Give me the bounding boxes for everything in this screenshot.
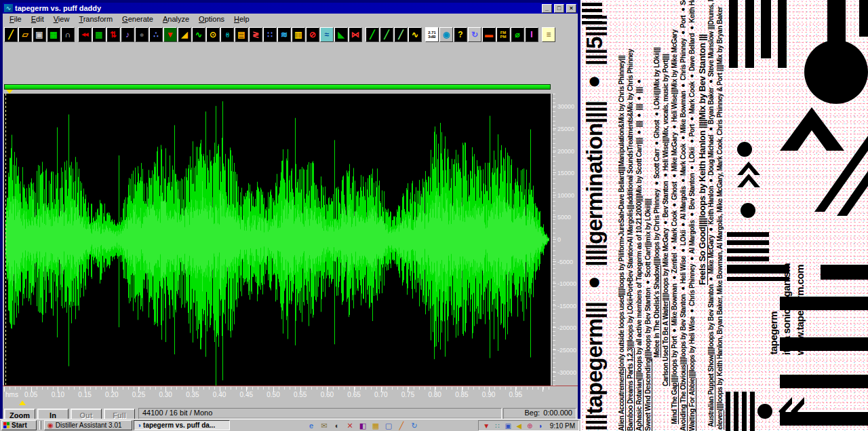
amp-tick-label: 5000 (557, 214, 571, 221)
sphere-icon[interactable]: ● (135, 27, 149, 42)
arrow-balloon-icon[interactable]: ◗ (536, 421, 545, 430)
spectral-zoom-icon[interactable]: ⌀ (511, 27, 524, 42)
menu-file[interactable]: File (5, 14, 26, 24)
globe-icon[interactable]: ◐ (332, 421, 342, 430)
taskbar-clock[interactable]: 9:10 PM (550, 422, 575, 430)
marker-strip-bottom[interactable] (3, 399, 578, 407)
cd-player-icon[interactable]: ◉ (439, 27, 453, 42)
loop-arrows-icon[interactable]: ⇅ (106, 27, 120, 42)
wave-line-tool-icon[interactable]: ∿ (408, 27, 422, 42)
particles-icon[interactable]: ∷ (263, 27, 277, 42)
script-icon-glyph: ≡ (546, 30, 551, 39)
tools-icon[interactable]: ✕ (345, 421, 355, 430)
help-icon[interactable]: ? (454, 27, 467, 42)
db-calculator-icon[interactable]: 2.71 3dB (425, 27, 439, 42)
multi-wave-icon[interactable]: ≋ (277, 27, 291, 42)
time-tick-label: 0.10 (49, 391, 66, 398)
display-icon[interactable]: ▣ (504, 421, 513, 430)
waveform-view-icon[interactable]: ∿ (192, 27, 205, 42)
cue-list-icon[interactable]: ▦ (47, 27, 60, 42)
record-arrow-icon[interactable]: ▼ (163, 27, 177, 42)
menu-analyze[interactable]: Analyze (158, 14, 194, 24)
archive-chest-icon[interactable]: ▤ (235, 27, 248, 42)
toolbar-group: 2.71 3dB◉?↻▬FM PM⌀I (425, 27, 538, 42)
scribble-line-tool-icon[interactable]: ╱ (394, 27, 408, 42)
monitor-headphones-icon[interactable]: ∩ (61, 27, 75, 42)
playback-cursor[interactable] (5, 94, 6, 386)
eq-bars-icon[interactable]: ▥ (292, 27, 305, 42)
users-icon[interactable]: ∷ (493, 421, 502, 430)
open-folder-icon[interactable]: ▱ (18, 27, 32, 42)
taskbar-grip[interactable] (39, 421, 41, 430)
time-ruler[interactable]: hms 0.050.100.150.200.250.300.350.400.45… (3, 386, 578, 399)
art-vbar (726, 392, 730, 431)
close-button[interactable]: × (566, 4, 576, 13)
time-unit-label: hms (5, 391, 18, 398)
mirror-filter-icon[interactable]: ≷ (249, 27, 262, 42)
art-barcode-bar (729, 0, 738, 68)
system-tray: ▼∷▣◀⊕◗ 9:10 PM (478, 420, 579, 431)
view-range-bar[interactable] (4, 84, 551, 90)
menu-transform[interactable]: Transform (74, 14, 117, 24)
dotted-line-tool-icon[interactable]: ╱ (380, 27, 393, 42)
paint-icon[interactable]: ╱ (397, 421, 406, 430)
cards-icon[interactable]: ◧ (358, 421, 368, 430)
ie-icon[interactable]: e (307, 421, 316, 430)
menu-generate[interactable]: Generate (117, 14, 158, 24)
edit-pencil-icon[interactable]: ╱ (4, 27, 18, 42)
refresh-loop-icon[interactable]: ↻ (468, 27, 481, 42)
minimize-button[interactable]: _ (542, 4, 552, 13)
art-circle-stem (859, 0, 868, 37)
art-chevron-small (737, 162, 760, 175)
script-icon[interactable]: ≡ (542, 27, 555, 42)
broadcast-icon-glyph: (•) (226, 32, 229, 37)
amplitude-ruler[interactable]: 300002500020000150001000050000-5000-1000… (552, 94, 578, 386)
layers-icon-glyph: ▬ (485, 30, 493, 39)
stopwatch-icon[interactable]: ⊙ (206, 27, 220, 42)
window-title: tapegerm vs. puff daddy (15, 4, 540, 12)
volume-horn-icon[interactable]: ◢ (178, 27, 191, 42)
ibeam-icon[interactable]: I (525, 27, 538, 42)
volume-icon[interactable]: ◀ (515, 421, 524, 430)
waveform-display[interactable] (4, 94, 551, 386)
rewind-icon[interactable]: ◀◀ (78, 27, 92, 42)
app-icon: ∿ (4, 4, 13, 12)
start-label: Start (12, 421, 27, 429)
start-button[interactable]: Start (1, 420, 37, 430)
line-tool-icon[interactable]: ╱ (366, 27, 379, 42)
swirl-icon[interactable]: ↻ (410, 421, 419, 430)
position-marker-icon[interactable] (19, 400, 26, 405)
maximize-button[interactable]: □ (554, 4, 564, 13)
amp-tick-label: -20000 (557, 324, 576, 331)
mute-icon[interactable]: ⊘ (306, 27, 319, 42)
flag-icon[interactable]: ◣ (334, 27, 348, 42)
midi-note-icon[interactable]: ♪ (121, 27, 134, 42)
art-bullet (737, 142, 752, 157)
menu-help[interactable]: Help (229, 14, 254, 24)
task-button-distiller[interactable]: ◉ Distiller Assistant 3.01 (44, 420, 132, 430)
save-icon[interactable]: ▣ (33, 27, 46, 42)
time-tick-label: 0.20 (103, 391, 121, 398)
shield-icon[interactable]: ▼ (482, 421, 491, 430)
envelope-points-icon[interactable]: ∴ (149, 27, 163, 42)
menu-edit[interactable]: Edit (26, 14, 49, 24)
art-hbar (727, 240, 769, 245)
mail-icon[interactable]: ✉ (319, 421, 329, 430)
frequency-text-icon[interactable]: FM PM (496, 27, 510, 42)
broadcast-icon[interactable]: (•) (220, 27, 234, 42)
window-icon[interactable]: ▢ (384, 421, 393, 430)
menu-view[interactable]: View (49, 14, 75, 24)
bowtie-icon[interactable]: ⋈ (349, 27, 362, 42)
menu-bar: FileEditViewTransformGenerateAnalyzeOpti… (3, 14, 578, 25)
art-vbar (750, 392, 755, 431)
noise-grid-icon[interactable]: ▩ (92, 27, 106, 42)
grid-icon[interactable]: ▦ (371, 421, 380, 430)
waveform-canvas[interactable] (4, 94, 551, 386)
line-tool-icon-glyph: ╱ (370, 30, 374, 39)
zoom-tray-icon[interactable]: ⊕ (526, 421, 534, 430)
wave-curl-icon[interactable]: ≈ (320, 27, 334, 42)
layers-icon[interactable]: ▬ (482, 27, 496, 42)
menu-options[interactable]: Options (194, 14, 229, 24)
time-tick-label: 0.85 (453, 391, 471, 398)
task-button-tapegerm[interactable]: ◑ tapegerm vs. puff da... (134, 420, 230, 430)
